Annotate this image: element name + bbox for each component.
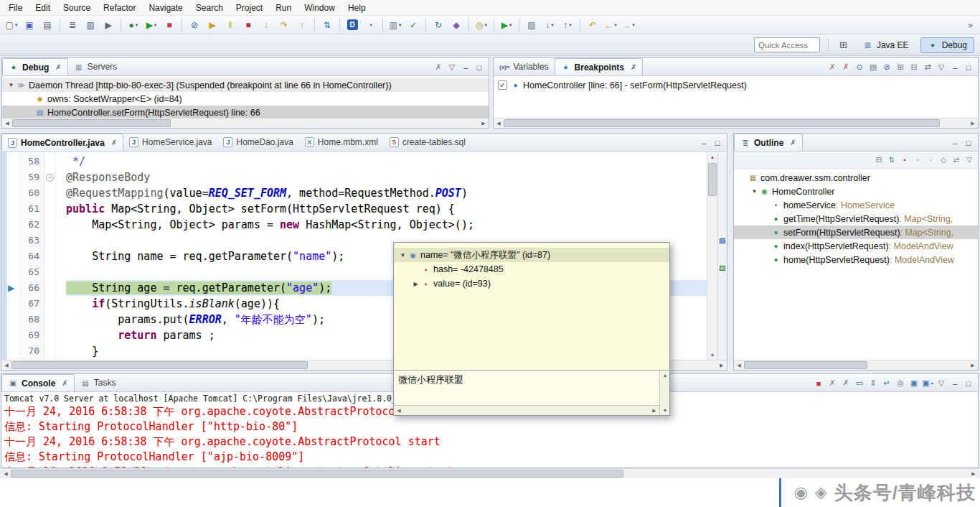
inspect-row[interactable]: ▼◉name= "微信小程序联盟" (id=87) [394, 248, 669, 262]
menu-navigate[interactable]: Navigate [142, 1, 189, 15]
annotation-cell[interactable] [6, 233, 19, 248]
dropdown-arrow-icon[interactable]: ▾ [509, 22, 512, 28]
remove-selected-breakpoints-icon[interactable]: ✗ [826, 61, 839, 73]
menu-window[interactable]: Window [298, 1, 341, 15]
scroll-left-arrow-icon[interactable]: ◀ [2, 118, 12, 128]
selection-mode-icon[interactable]: ▶ [100, 18, 117, 32]
menu-file[interactable]: File [2, 1, 29, 15]
view-menu-icon[interactable]: ▽ [446, 61, 458, 73]
console-hscroll[interactable]: ◀ ▶ [1, 468, 979, 478]
annotation-cell[interactable] [6, 185, 19, 201]
scroll-left-arrow-icon[interactable]: ◀ [1, 361, 11, 370]
outline-hscroll[interactable]: ◀ ▶ [734, 360, 978, 370]
step-over-icon[interactable]: ↷ [275, 18, 293, 32]
code-line[interactable]: Map<String, Object> params = new HashMap… [66, 217, 707, 233]
code-line[interactable]: public Map<String, Object> setForm(HttpS… [66, 201, 707, 217]
menu-project[interactable]: Project [230, 1, 269, 15]
scroll-up-arrow-icon[interactable]: ▲ [707, 152, 717, 162]
annotation-cell[interactable] [6, 327, 19, 343]
scroll-left-arrow-icon[interactable]: ◀ [494, 118, 504, 128]
menu-refactor[interactable]: Refactor [97, 1, 142, 15]
annotation-cell[interactable]: ▶ [6, 280, 19, 296]
link-with-debug-view-icon[interactable]: ⇄ [921, 61, 934, 73]
maximize-icon[interactable]: □ [473, 61, 486, 73]
fold-cell[interactable] [44, 327, 55, 343]
scroll-left-arrow-icon[interactable]: ◀ [734, 361, 744, 370]
line-number[interactable]: 68 [19, 312, 44, 327]
tab-servers[interactable]: ▥Servers [68, 58, 123, 75]
go-to-file-icon[interactable]: ▤ [867, 61, 880, 73]
link-with-editor-icon[interactable]: ⇄ [950, 154, 963, 166]
close-icon[interactable]: ✗ [55, 63, 61, 71]
scroll-down-arrow-icon[interactable]: ▼ [660, 406, 670, 415]
suspend-icon[interactable]: ‖ [222, 18, 239, 32]
run-icon[interactable]: ▶▾ [143, 18, 160, 32]
view-menu-icon[interactable]: ▽ [935, 377, 948, 389]
minimize-icon[interactable]: – [948, 136, 961, 149]
dropdown-arrow-icon[interactable]: ▾ [614, 22, 617, 28]
stop-icon[interactable]: ■ [161, 18, 178, 32]
scroll-track[interactable] [11, 469, 969, 478]
debug-hscroll[interactable]: ◀ ▶ [2, 118, 489, 128]
inspect-detail-text[interactable]: 微信小程序联盟 [394, 371, 659, 405]
annotation-cell[interactable] [6, 154, 19, 169]
scroll-right-arrow-icon[interactable]: ▶ [717, 361, 727, 370]
fold-cell[interactable] [44, 343, 55, 359]
tab-homecontroller-java[interactable]: JHomeController.java✗ [1, 134, 123, 151]
menu-edit[interactable]: Edit [29, 1, 57, 15]
forward-icon[interactable]: →▾ [620, 18, 637, 32]
perspective-java-ee[interactable]: ▥Java EE [855, 37, 916, 53]
terminate-icon[interactable]: ■ [812, 377, 825, 389]
close-icon[interactable]: ✗ [111, 139, 117, 146]
expander-icon[interactable]: ▶ [411, 281, 420, 287]
collapse-icon[interactable]: − [46, 174, 54, 182]
close-icon[interactable]: ✗ [631, 63, 636, 71]
show-supported-breakpoints-icon[interactable]: ⊙ [853, 61, 866, 73]
minimize-icon[interactable]: – [697, 136, 710, 149]
scroll-right-arrow-icon[interactable]: ▶ [969, 469, 979, 478]
line-number[interactable]: 61 [19, 201, 44, 217]
step-into-icon[interactable]: ↓ [258, 18, 275, 32]
step-return-icon[interactable]: ↑ [293, 18, 311, 32]
hide-non-public-members-icon[interactable]: ◦ [924, 154, 937, 166]
minimize-icon[interactable]: – [948, 377, 961, 389]
line-number[interactable]: 63 [19, 233, 44, 248]
tab-homedao-java[interactable]: JHomeDao.java [217, 134, 298, 151]
fold-cell[interactable] [44, 185, 55, 201]
line-number[interactable]: 62 [19, 217, 44, 233]
terminate-icon[interactable]: ■ [240, 18, 257, 32]
dropdown-arrow-icon[interactable]: ▾ [154, 22, 157, 28]
junit-icon[interactable]: ✓ [405, 18, 422, 32]
outline-tree-row[interactable]: ▼◉HomeController [734, 185, 978, 198]
line-number[interactable]: 67 [19, 296, 44, 312]
tab-tasks[interactable]: ▤Tasks [75, 374, 122, 391]
current-line-marker-icon[interactable] [720, 266, 725, 271]
code-line[interactable]: @ResponseBody [66, 169, 707, 185]
annotation-cell[interactable] [6, 217, 19, 233]
install-icon[interactable]: ◆ [448, 18, 465, 32]
outline-tree-row[interactable]: ●index(HttpServletRequest) : ModelAndVie… [734, 239, 978, 253]
hide-local-types-icon[interactable]: ◇ [937, 154, 950, 166]
scroll-lock-icon[interactable]: ⇕ [867, 377, 880, 389]
dropdown-arrow-icon[interactable]: ▾ [136, 22, 138, 28]
new-wizard-icon[interactable]: ▢▾ [3, 18, 20, 32]
previous-annotation-icon[interactable]: ↑▾ [559, 18, 576, 32]
scroll-track[interactable] [12, 118, 479, 128]
fold-cell[interactable]: − [44, 169, 55, 185]
scroll-right-arrow-icon[interactable]: ▶ [968, 361, 978, 370]
maximize-icon[interactable]: □ [962, 377, 975, 389]
scroll-down-arrow-icon[interactable]: ▼ [707, 350, 717, 360]
scroll-thumb[interactable] [708, 163, 717, 196]
dropdown-arrow-icon[interactable]: ▾ [15, 22, 18, 28]
scroll-thumb[interactable] [11, 361, 308, 369]
debug-tree-row[interactable]: ▤HomeController.setForm(HttpServletReque… [2, 106, 489, 118]
breakpoints-hscroll[interactable]: ◀ ▶ [494, 118, 978, 128]
new-server-icon[interactable]: ▥▾ [387, 18, 404, 32]
sort-icon[interactable]: ⇅ [885, 154, 898, 166]
maximize-icon[interactable]: □ [962, 61, 975, 73]
print-icon[interactable]: ▤ [39, 18, 56, 32]
breakpoint-checkbox[interactable]: ✓ [498, 80, 507, 90]
dropdown-arrow-icon[interactable]: ▾ [399, 22, 402, 28]
inspect-detail-hscroll[interactable]: ◀ ▶ [394, 405, 659, 415]
line-number[interactable]: 59 [19, 169, 44, 185]
